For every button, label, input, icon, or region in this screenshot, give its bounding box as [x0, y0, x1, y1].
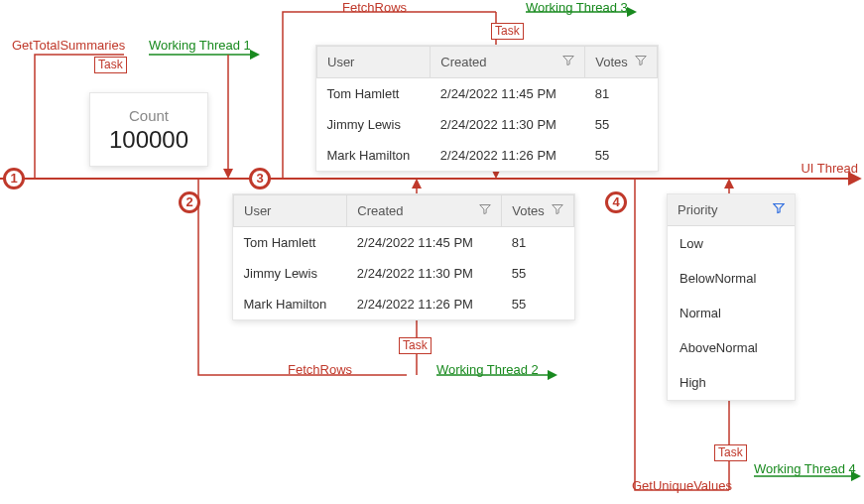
- thread-label-3: Working Thread 3: [526, 0, 628, 15]
- col-header-user[interactable]: User: [317, 47, 431, 78]
- funnel-icon[interactable]: [552, 203, 563, 215]
- ui-thread-label: UI Thread: [801, 161, 858, 176]
- op-label-gettotalsummaries: GetTotalSummaries: [12, 38, 125, 53]
- table-row[interactable]: Tom Hamlett2/24/2022 11:45 PM81: [234, 227, 574, 259]
- priority-item[interactable]: High: [668, 365, 795, 400]
- priority-item[interactable]: Low: [668, 226, 795, 261]
- priority-item[interactable]: BelowNormal: [668, 261, 795, 296]
- marker-2: 2: [179, 191, 200, 213]
- op-label-fetchrows-top: FetchRows: [342, 0, 407, 15]
- priority-filter-popup: Priority Low BelowNormal Normal AboveNor…: [667, 193, 796, 401]
- marker-3: 3: [249, 168, 271, 189]
- thread-label-1: Working Thread 1: [149, 38, 251, 53]
- marker-1: 1: [3, 168, 25, 189]
- col-header-created[interactable]: Created: [347, 195, 502, 227]
- funnel-icon[interactable]: [479, 203, 491, 215]
- funnel-icon[interactable]: [562, 55, 574, 66]
- table-row[interactable]: Mark Hamilton2/24/2022 11:26 PM55: [317, 140, 658, 171]
- thread-label-4: Working Thread 4: [754, 461, 856, 476]
- count-card: Count 100000: [89, 92, 208, 167]
- task-badge-3: Task: [491, 23, 524, 40]
- col-header-user[interactable]: User: [234, 195, 347, 227]
- thread-label-2: Working Thread 2: [436, 362, 539, 377]
- table-row[interactable]: Jimmy Lewis2/24/2022 11:30 PM55: [317, 109, 658, 140]
- table-row[interactable]: Tom Hamlett2/24/2022 11:45 PM81: [317, 78, 658, 110]
- priority-header[interactable]: Priority: [668, 194, 795, 226]
- count-label: Count: [90, 107, 207, 124]
- op-label-fetchrows-bottom: FetchRows: [288, 362, 352, 377]
- funnel-icon[interactable]: [773, 202, 785, 214]
- priority-item[interactable]: Normal: [668, 296, 795, 330]
- task-badge-4: Task: [714, 444, 747, 461]
- col-header-created[interactable]: Created: [431, 47, 585, 78]
- task-badge-1: Task: [94, 57, 127, 73]
- col-header-votes[interactable]: Votes: [502, 195, 574, 227]
- table-row[interactable]: Jimmy Lewis2/24/2022 11:30 PM55: [234, 258, 574, 289]
- priority-item[interactable]: AboveNormal: [668, 330, 795, 365]
- marker-4: 4: [605, 191, 627, 213]
- task-badge-2: Task: [399, 337, 432, 354]
- grid-result-top: User Created Votes Tom Hamlett2/24/2022 …: [315, 45, 659, 172]
- grid-result-mid: User Created Votes Tom Hamlett2/24/2022 …: [232, 193, 575, 320]
- col-header-votes[interactable]: Votes: [585, 47, 658, 78]
- op-label-getuniquevalues: GetUniqueValues: [632, 478, 732, 493]
- table-row[interactable]: Mark Hamilton2/24/2022 11:26 PM55: [234, 289, 574, 319]
- funnel-icon[interactable]: [635, 55, 647, 66]
- count-value: 100000: [90, 126, 207, 154]
